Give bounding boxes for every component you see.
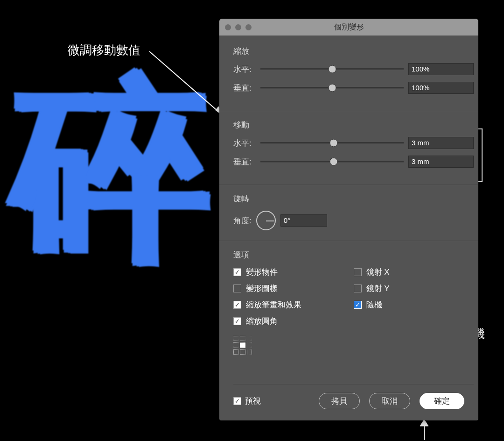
opt-transform-objects[interactable]: ✓ 變形物件 [233,267,354,277]
checkbox-icon: ✓ [233,317,241,325]
move-h-input[interactable]: 3 mm [408,137,474,149]
dialog-title: 個別變形 [219,22,478,32]
angle-dial[interactable] [256,211,276,230]
angle-label: 角度: [233,215,252,226]
titlebar[interactable]: 個別變形 [219,19,478,36]
copy-button[interactable]: 拷貝 [319,393,360,409]
ok-button[interactable]: 確定 [420,393,464,409]
opt-label: 鏡射 X [366,267,390,277]
checkbox-icon [354,285,362,292]
move-v-label: 垂直: [233,156,256,167]
opt-label: 變形物件 [246,267,278,277]
checkbox-icon: ✓ [354,301,362,309]
transform-each-dialog: 個別變形 縮放 水平: 100% 垂直: 100% 移動 水平: 3 mm [219,19,478,420]
opt-reflect-y[interactable]: 鏡射 Y [354,283,474,294]
annotation-move-values: 微調移動數值 [68,42,140,58]
section-options-title: 選項 [233,249,474,260]
opt-label: 縮放筆畫和效果 [246,299,301,310]
opt-random[interactable]: ✓ 隨機 [354,299,474,310]
preview-checkbox[interactable]: ✓ 預視 [233,396,261,406]
section-scale: 縮放 水平: 100% 垂直: 100% [233,46,474,100]
section-scale-title: 縮放 [233,46,474,57]
divider [219,185,478,185]
opt-label: 變形圖樣 [246,283,278,294]
move-h-label: 水平: [233,138,256,149]
section-rotate-title: 旋轉 [233,193,474,204]
move-v-input[interactable]: 3 mm [408,156,474,168]
section-options: 選項 ✓ 變形物件 鏡射 X 變形圖樣 鏡射 Y [233,249,474,355]
checkbox-icon: ✓ [233,268,241,276]
checkbox-icon: ✓ [233,301,241,309]
checkbox-icon [354,268,362,276]
dialog-footer: ✓ 預視 拷貝 取消 確定 [233,384,474,420]
section-rotate: 旋轉 角度: 0° [233,193,474,230]
preview-label: 預視 [245,396,261,406]
reference-point-grid[interactable] [233,336,252,355]
opt-label: 縮放圓角 [246,316,278,327]
scale-h-label: 水平: [233,64,256,75]
angle-input[interactable]: 0° [280,214,327,227]
opt-scale-corners[interactable]: ✓ 縮放圓角 [233,316,354,327]
cancel-button[interactable]: 取消 [369,393,410,409]
opt-label: 隨機 [366,299,382,310]
scale-v-slider[interactable] [260,83,404,92]
divider [219,111,478,111]
opt-label: 鏡射 Y [366,283,390,294]
scale-v-label: 垂直: [233,83,256,93]
opt-scale-strokes[interactable]: ✓ 縮放筆畫和效果 [233,299,354,310]
checkbox-icon: ✓ [233,397,241,405]
scale-v-input[interactable]: 100% [408,82,474,94]
scale-h-slider[interactable] [260,64,404,74]
checkbox-icon [233,285,241,292]
divider [219,241,478,241]
svg-line-0 [149,51,222,114]
scale-h-input[interactable]: 100% [408,63,474,75]
move-v-slider[interactable] [260,157,404,166]
opt-transform-patterns[interactable]: 變形圖樣 [233,283,354,294]
section-move-title: 移動 [233,120,474,130]
opt-reflect-x[interactable]: 鏡射 X [354,267,474,277]
move-h-slider[interactable] [260,138,404,148]
section-move: 移動 水平: 3 mm 垂直: 3 mm [233,120,474,174]
svg-marker-3 [420,420,428,426]
